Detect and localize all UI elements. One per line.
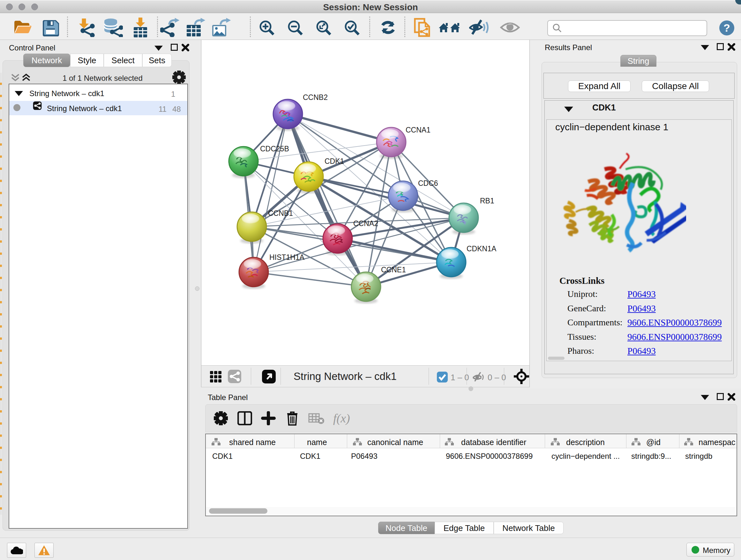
svg-text:CCNA2: CCNA2 (353, 219, 378, 228)
svg-text:CDK1: CDK1 (325, 157, 344, 165)
svg-text:CDC6: CDC6 (418, 179, 438, 187)
svg-text:HIST1H1A: HIST1H1A (269, 253, 305, 261)
svg-text:CCNE1: CCNE1 (381, 266, 406, 274)
svg-text:CCNB1: CCNB1 (268, 209, 293, 217)
svg-text:CDC25B: CDC25B (260, 145, 289, 153)
svg-text:CDKN1A: CDKN1A (467, 245, 496, 253)
svg-text:RB1: RB1 (480, 197, 494, 205)
svg-text:CCNB2: CCNB2 (303, 93, 328, 102)
svg-text:CCNA1: CCNA1 (406, 126, 430, 134)
